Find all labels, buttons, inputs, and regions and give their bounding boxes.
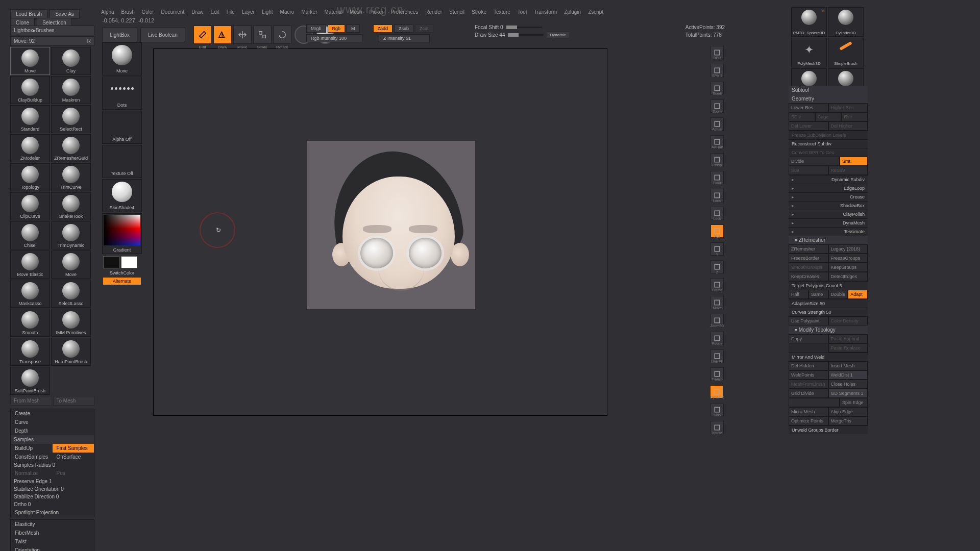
menu-alpha[interactable]: Alpha bbox=[101, 9, 114, 15]
keep-creases-toggle[interactable]: KeepCreases bbox=[789, 272, 828, 281]
brush-maskcasso[interactable]: Maskcasso bbox=[10, 280, 50, 308]
primary-color-swatch[interactable] bbox=[121, 256, 137, 268]
curves-strength-slider[interactable]: Curves Strength 50 bbox=[789, 308, 868, 316]
brush-move[interactable]: Move bbox=[51, 251, 91, 279]
geometry-section[interactable]: Geometry bbox=[789, 94, 868, 103]
spin-edge-button[interactable]: Spin Edge bbox=[840, 398, 868, 407]
half-button[interactable]: Half bbox=[789, 290, 808, 299]
subtool-section[interactable]: Subtool bbox=[789, 86, 868, 94]
menu-transform[interactable]: Transform bbox=[534, 9, 557, 15]
orientation-section[interactable]: Orientation bbox=[11, 546, 94, 551]
stabilize-orientation-slider[interactable]: Stabilize Orientation 0 bbox=[14, 486, 64, 492]
resuv-toggle[interactable]: ReSuV bbox=[828, 166, 868, 175]
edit-mode-button[interactable]: Edit bbox=[193, 26, 212, 44]
brush-trimdynamic[interactable]: TrimDynamic bbox=[51, 221, 91, 249]
menu-render[interactable]: Render bbox=[425, 9, 442, 15]
brush-standard[interactable]: Standard bbox=[10, 105, 50, 133]
tool-cylinder3d[interactable]: Cylinder3D bbox=[828, 7, 864, 37]
menu-light[interactable]: Light bbox=[262, 9, 273, 15]
fibermesh-section[interactable]: FiberMesh bbox=[11, 529, 94, 537]
brush-maskren[interactable]: Maskren bbox=[51, 76, 91, 104]
depth-section[interactable]: Depth bbox=[11, 427, 94, 435]
live-boolean-button[interactable]: Live Boolean bbox=[140, 28, 185, 42]
grid-divide-button[interactable]: Grid Divide bbox=[789, 389, 828, 398]
brush-clay[interactable]: Clay bbox=[51, 47, 91, 75]
switch-color-button[interactable]: SwitchColor bbox=[102, 269, 142, 277]
zcut-toggle[interactable]: Zcut bbox=[415, 24, 433, 33]
current-alpha[interactable]: Alpha Off bbox=[102, 111, 142, 144]
lightbox-breadcrumb[interactable]: Lightbox▸Brushes bbox=[10, 26, 94, 35]
menu-preferences[interactable]: Preferences bbox=[390, 9, 418, 15]
twist-section[interactable]: Twist bbox=[11, 537, 94, 546]
copy-button[interactable]: Copy bbox=[789, 334, 828, 343]
menu-color[interactable]: Color bbox=[142, 9, 154, 15]
menu-picker[interactable]: Picker bbox=[370, 9, 384, 15]
higher-res-button[interactable]: Higher Res bbox=[828, 103, 868, 112]
dynamesh-section[interactable]: DynaMesh bbox=[789, 218, 868, 227]
current-stroke[interactable]: Dots bbox=[102, 77, 142, 110]
dynamic-toggle[interactable]: Dynamic bbox=[547, 32, 569, 38]
zremesher-button[interactable]: ZRemesher bbox=[789, 244, 828, 254]
freeze-subdiv-toggle[interactable]: Freeze SubDivision Levels bbox=[789, 131, 868, 139]
lightbox-button[interactable]: LightBox bbox=[102, 28, 137, 42]
zadd-toggle[interactable]: Zadd bbox=[373, 24, 393, 33]
dynamic-subdiv-section[interactable]: Dynamic Subdiv bbox=[789, 175, 868, 184]
preserve-edge-slider[interactable]: Preserve Edge 1 bbox=[14, 479, 52, 484]
fast-samples-toggle[interactable]: Fast Samples bbox=[53, 444, 94, 453]
curve-section[interactable]: Curve bbox=[11, 418, 94, 427]
brush-trimcurve[interactable]: TrimCurve bbox=[51, 163, 91, 191]
adaptive-size-slider[interactable]: AdaptiveSize 50 bbox=[789, 299, 868, 308]
optimize-points-button[interactable]: Optimize Points bbox=[789, 416, 828, 425]
del-lower-button[interactable]: Del Lower bbox=[789, 121, 828, 131]
tool-simplebrush[interactable]: SimpleBrush bbox=[828, 38, 864, 67]
m-toggle[interactable]: M bbox=[347, 24, 360, 33]
paste-append-button[interactable]: Paste Append bbox=[828, 334, 868, 343]
suv-toggle[interactable]: Suv bbox=[789, 166, 828, 175]
brush-move-elastic[interactable]: Move Elastic bbox=[10, 251, 50, 279]
samples-radius-slider[interactable]: Samples Radius 0 bbox=[14, 462, 55, 468]
samples-section[interactable]: Samples bbox=[11, 435, 94, 444]
menu-edit[interactable]: Edit bbox=[211, 9, 219, 15]
detect-edges-toggle[interactable]: DetectEdges bbox=[828, 272, 868, 281]
tool-polymesh3d[interactable]: ✦PolyMesh3D bbox=[791, 38, 827, 67]
menu-brush[interactable]: Brush bbox=[121, 9, 135, 15]
paste-replace-button[interactable]: Paste Replace bbox=[828, 343, 868, 353]
legacy-toggle[interactable]: Legacy (2018) bbox=[828, 244, 868, 254]
tool-pm3d_sphere3d[interactable]: 2PM3D_Sphere3D bbox=[791, 7, 827, 37]
brush-selectlasso[interactable]: SelectLasso bbox=[51, 280, 91, 308]
menu-file[interactable]: File bbox=[227, 9, 235, 15]
freeze-border-toggle[interactable]: FreezeBorder bbox=[789, 254, 828, 263]
del-higher-button[interactable]: Del Higher bbox=[828, 121, 868, 131]
brush-imm-primitives[interactable]: IMM Primitives bbox=[51, 309, 91, 337]
brush-zremesherguid[interactable]: ZRemesherGuid bbox=[51, 134, 91, 162]
tessimate-section[interactable]: Tessimate bbox=[789, 227, 868, 236]
current-brush[interactable]: Move bbox=[102, 42, 142, 76]
brush-smooth[interactable]: Smooth bbox=[10, 309, 50, 337]
normalize-toggle[interactable]: Normalize bbox=[11, 469, 53, 478]
use-polypaint-toggle[interactable]: Use Polypaint bbox=[789, 316, 828, 325]
const-samples-toggle[interactable]: ConstSamples bbox=[11, 453, 53, 461]
keep-groups-toggle[interactable]: KeepGroups bbox=[828, 263, 868, 272]
to-mesh-button[interactable]: To Mesh bbox=[53, 396, 95, 406]
menu-macro[interactable]: Macro bbox=[280, 9, 295, 15]
target-polygons-slider[interactable]: Target Polygons Count 5 bbox=[789, 281, 868, 290]
unweld-groups-border-button[interactable]: Unweld Groups Border bbox=[789, 425, 868, 434]
shadowbox-section[interactable]: ShadowBox bbox=[789, 201, 868, 210]
del-hidden-button[interactable]: Del Hidden bbox=[789, 361, 828, 370]
color-picker[interactable]: Gradient bbox=[102, 213, 142, 254]
rgb-intensity-slider[interactable]: Rgb Intensity 100 bbox=[306, 34, 362, 42]
buildup-toggle[interactable]: BuildUp bbox=[11, 444, 53, 453]
mrgb-toggle[interactable]: Mrgb bbox=[306, 24, 326, 33]
pos-toggle[interactable]: Pos bbox=[53, 469, 94, 478]
menu-marker[interactable]: Marker bbox=[301, 9, 317, 15]
menu-document[interactable]: Document bbox=[161, 9, 185, 15]
menu-zscript[interactable]: Zscript bbox=[588, 9, 603, 15]
focal-shift-slider[interactable] bbox=[506, 27, 542, 28]
brush-transpose[interactable]: Transpose bbox=[10, 338, 50, 366]
double-button[interactable]: Double bbox=[828, 290, 848, 299]
menu-material[interactable]: Material bbox=[325, 9, 343, 15]
menu-draw[interactable]: Draw bbox=[191, 9, 203, 15]
on-surface-toggle[interactable]: OnSurface bbox=[53, 453, 94, 461]
freeze-groups-toggle[interactable]: FreezeGroups bbox=[828, 254, 868, 263]
modify-topology-section[interactable]: ▾ Modify Topology bbox=[789, 325, 868, 334]
